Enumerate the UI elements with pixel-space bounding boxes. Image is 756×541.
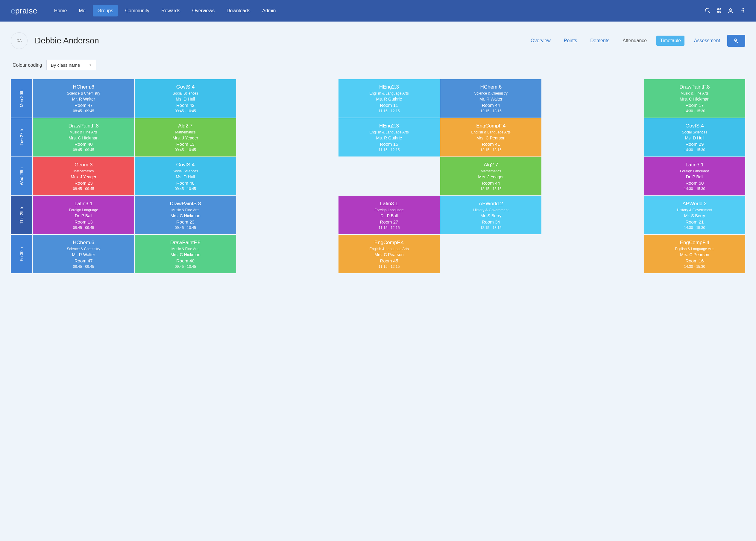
lesson-cell[interactable]: Geom.3MathematicsMrs. J YeagerRoom 2308:… [33, 157, 134, 196]
lesson-cell[interactable]: Latin3.1Foreign LanguageDr. P BallRoom 1… [33, 196, 134, 234]
lesson-dept: Mathematics [73, 169, 94, 173]
lesson-cell[interactable]: GovtS.4Social SciencesMs. D HullRoom 480… [135, 157, 236, 196]
lesson-cell[interactable]: HChem.6Science & ChemistryMr. R WalterRo… [440, 79, 541, 118]
lesson-dept: Science & Chemistry [67, 247, 100, 251]
lesson-cell[interactable]: APWorld.2History & GovernmentMr. S Berry… [440, 196, 541, 234]
primary-nav: HomeMeGroupsCommunityRewardsOverviewsDow… [49, 5, 704, 16]
lesson-time: 08:45 - 09:45 [73, 109, 94, 113]
tab-points[interactable]: Points [560, 36, 581, 46]
empty-slot [542, 79, 643, 118]
lesson-code: GovtS.4 [176, 162, 195, 168]
people-icon[interactable] [716, 7, 722, 14]
lesson-teacher: Mrs. J Yeager [173, 136, 199, 140]
lesson-time: 12:15 - 13:15 [480, 148, 501, 152]
lesson-dept: History & Government [473, 208, 508, 212]
lesson-dept: Foreign Language [680, 169, 709, 173]
lesson-cell[interactable]: DrawPaintF.8Music & Fine ArtsMrs. C Hick… [33, 118, 134, 157]
empty-slot [237, 79, 338, 118]
lesson-time: 12:15 - 13:15 [480, 226, 501, 230]
lesson-cell[interactable]: EngCompF.4English & Language ArtsMrs. C … [440, 118, 541, 157]
nav-community[interactable]: Community [120, 5, 154, 16]
lesson-cell[interactable]: APWorld.2History & GovernmentMr. S Berry… [644, 196, 745, 234]
page-body: DA Debbie Anderson OverviewPointsDemerit… [0, 22, 756, 284]
lesson-teacher: Mr. S Berry [480, 213, 501, 218]
lesson-code: DrawPaintF.8 [679, 84, 710, 90]
lesson-cell[interactable]: Latin3.1Foreign LanguageDr. P BallRoom 5… [644, 157, 745, 196]
lesson-cell[interactable]: Latin3.1Foreign LanguageDr. P BallRoom 2… [339, 196, 440, 234]
nav-downloads[interactable]: Downloads [222, 5, 255, 16]
search-icon[interactable] [704, 7, 711, 14]
lesson-room: Room 50 [685, 181, 704, 186]
topbar: epraise HomeMeGroupsCommunityRewardsOver… [0, 0, 756, 22]
empty-slot [542, 157, 643, 196]
lesson-code: GovtS.4 [685, 123, 704, 129]
lesson-time: 08:45 - 09:45 [73, 187, 94, 191]
lesson-teacher: Mrs. C Hickman [680, 97, 710, 101]
lesson-time: 11:15 - 12:15 [378, 109, 400, 113]
svg-point-0 [705, 8, 709, 12]
lesson-room: Room 40 [176, 258, 195, 263]
avatar-initials: DA [17, 39, 22, 43]
tab-demerits[interactable]: Demerits [587, 36, 613, 46]
lesson-teacher: Mrs. J Yeager [478, 175, 504, 179]
lesson-dept: Science & Chemistry [67, 91, 100, 96]
profile-tabs: OverviewPointsDemeritsAttendanceTimetabl… [527, 36, 724, 46]
lesson-cell[interactable]: HChem.6Science & ChemistryMr. R WalterRo… [33, 79, 134, 118]
colour-coding-label: Colour coding [13, 63, 42, 68]
gears-icon [734, 38, 739, 43]
lesson-room: Room 41 [482, 142, 500, 147]
lesson-time: 09:45 - 10:45 [175, 226, 196, 230]
logo[interactable]: epraise [11, 6, 37, 16]
colour-coding-row: Colour coding By class name ▼ [13, 60, 745, 70]
lesson-cell[interactable]: DrawPaintS.8Music & Fine ArtsMrs. C Hick… [135, 196, 236, 234]
lesson-cell[interactable]: EngCompF.4English & Language ArtsMrs. C … [644, 235, 745, 273]
settings-button[interactable] [727, 35, 745, 47]
lesson-teacher: Dr. P Ball [380, 213, 398, 218]
lesson-room: Room 11 [380, 103, 398, 108]
profile-icon[interactable] [727, 7, 734, 14]
nav-overviews[interactable]: Overviews [187, 5, 219, 16]
lesson-time: 14:30 - 15:30 [684, 148, 705, 152]
lesson-cell[interactable]: HEng2.3English & Language ArtsMs. R Guth… [339, 118, 440, 157]
lesson-teacher: Ms. R Guthrie [376, 136, 402, 140]
lesson-cell[interactable]: Alg2.7MathematicsMrs. J YeagerRoom 4412:… [440, 157, 541, 196]
tab-timetable[interactable]: Timetable [656, 36, 684, 46]
tab-overview[interactable]: Overview [527, 36, 554, 46]
nav-me[interactable]: Me [74, 5, 90, 16]
lesson-code: EngCompF.4 [476, 123, 505, 129]
lesson-code: HChem.6 [480, 84, 501, 90]
lesson-room: Room 15 [380, 142, 398, 147]
lesson-cell[interactable]: HEng2.3English & Language ArtsMs. R Guth… [339, 79, 440, 118]
tab-attendance[interactable]: Attendance [619, 36, 650, 46]
lesson-time: 14:30 - 15:30 [684, 226, 705, 230]
lesson-cell[interactable]: GovtS.4Social SciencesMs. D HullRoom 420… [135, 79, 236, 118]
lesson-dept: Music & Fine Arts [681, 91, 708, 96]
lesson-code: APWorld.2 [479, 201, 503, 207]
day-header: Wed 28th [11, 157, 32, 196]
lesson-dept: Foreign Language [69, 208, 98, 212]
lesson-cell[interactable]: GovtS.4Social SciencesMs. D HullRoom 291… [644, 118, 745, 157]
lesson-teacher: Ms. D Hull [176, 97, 195, 101]
nav-admin[interactable]: Admin [258, 5, 281, 16]
lesson-dept: Social Sciences [173, 91, 198, 96]
lesson-code: Latin3.1 [380, 201, 398, 207]
topbar-icons [704, 7, 745, 14]
lesson-cell[interactable]: DrawPaintF.8Music & Fine ArtsMrs. C Hick… [644, 79, 745, 118]
lesson-cell[interactable]: EngCompF.4English & Language ArtsMrs. C … [339, 235, 440, 273]
nav-rewards[interactable]: Rewards [157, 5, 185, 16]
logout-icon[interactable] [739, 7, 745, 14]
lesson-room: Room 42 [176, 103, 195, 108]
colour-coding-dropdown[interactable]: By class name ▼ [46, 60, 96, 70]
lesson-code: Alg2.7 [178, 123, 193, 129]
tab-assessment[interactable]: Assessment [690, 36, 724, 46]
nav-groups[interactable]: Groups [93, 5, 118, 16]
lesson-cell[interactable]: DrawPaintF.8Music & Fine ArtsMrs. C Hick… [135, 235, 236, 273]
svg-point-4 [717, 11, 719, 13]
lesson-code: Geom.3 [75, 162, 93, 168]
lesson-room: Room 13 [176, 142, 195, 147]
lesson-room: Room 34 [482, 219, 500, 225]
lesson-room: Room 27 [380, 219, 398, 225]
lesson-cell[interactable]: HChem.6Science & ChemistryMr. R WalterRo… [33, 235, 134, 273]
lesson-cell[interactable]: Alg2.7MathematicsMrs. J YeagerRoom 1309:… [135, 118, 236, 157]
nav-home[interactable]: Home [49, 5, 72, 16]
